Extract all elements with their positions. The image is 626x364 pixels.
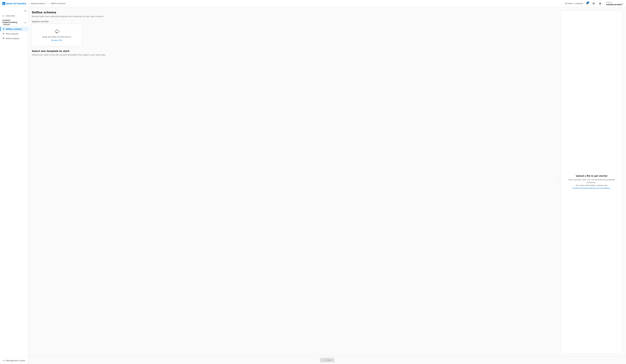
upload-drag-text: Drag and drop one file here or xyxy=(42,36,71,38)
page-title: Define schema xyxy=(32,11,555,14)
cloud-upload-icon xyxy=(54,29,60,34)
required-star: * xyxy=(48,20,49,23)
sidebar-label-overview: Overview xyxy=(6,15,15,17)
browse-file-link[interactable]: Browse file xyxy=(51,39,62,41)
panel-divider xyxy=(557,11,558,354)
project-nav[interactable]: sample-project ⇅ xyxy=(31,2,46,4)
breadcrumb-current: Define schema xyxy=(51,2,65,4)
sidebar-bottom: ⇥ Management center xyxy=(0,357,28,364)
left-panel: Define schema Review fields from selecte… xyxy=(32,11,555,354)
topbar: Azure AI Foundry / sample-project ⇅ / De… xyxy=(0,0,626,7)
page-subtitle: Review fields from selected template and… xyxy=(32,15,555,18)
create-checkmark-icon: ✓ xyxy=(323,359,325,361)
sidebar-label-management-center: Management center xyxy=(6,360,25,362)
project-name: sample-project xyxy=(31,2,45,4)
template-section: Select one template to start Upload your… xyxy=(32,50,555,56)
sidebar-collapse-button[interactable]: ⊡ xyxy=(24,9,26,12)
sidebar-label-build-analyzer: Build analyzer xyxy=(6,37,19,39)
brand-logo[interactable]: Azure AI Foundry xyxy=(2,2,26,5)
sidebar-section-content-understanding: Content Understanding PREVIEW ▲ xyxy=(0,18,28,27)
management-center-icon: ⇥ xyxy=(2,359,5,362)
all-hubs-link[interactable]: All hubs + projects xyxy=(565,2,583,4)
topbar-left: Azure AI Foundry / sample-project ⇅ / De… xyxy=(2,2,65,5)
right-panel-desc: Once upload a file, you can preview the … xyxy=(564,178,619,190)
template-section-subtitle: Upload your data to see the scenario tem… xyxy=(32,54,555,56)
sidebar-item-build-analyzer[interactable]: ⚒ Build analyzer xyxy=(0,36,28,41)
project-section-chevron-icon[interactable]: ▾ xyxy=(623,3,624,4)
breadcrumb-separator-1: / xyxy=(28,2,29,5)
main-inner: Define schema Review fields from selecte… xyxy=(28,7,626,356)
sidebar-section-chevron-icon: ▲ xyxy=(25,22,26,23)
sidebar-item-test-analyzer[interactable]: ⚗ Test analyzer xyxy=(0,31,28,36)
right-panel-desc-line2: For more information, please see xyxy=(576,184,607,187)
app-body: ⊡ ⌂ Overview Content Understanding PREVI… xyxy=(0,7,626,364)
bottom-bar: ✓ Create xyxy=(28,356,626,364)
settings-button[interactable] xyxy=(591,1,596,6)
notification-button[interactable]: 1 xyxy=(585,1,589,6)
template-section-title: Select one template to start xyxy=(32,50,555,53)
sidebar-section-label: Content Understanding PREVIEW xyxy=(2,19,25,26)
create-button-label: Create xyxy=(325,359,331,361)
sidebar-item-overview[interactable]: ⌂ Overview xyxy=(0,13,28,18)
sidebar-label-test-analyzer: Test analyzer xyxy=(6,33,18,35)
notification-badge: 1 xyxy=(587,1,589,3)
project-section-label: Project xyxy=(606,1,622,3)
define-schema-icon: ⚙ xyxy=(2,28,5,30)
sidebar-item-define-schema[interactable]: ⚙ Define schema xyxy=(0,27,28,31)
sidebar-toggle: ⊡ xyxy=(0,8,28,13)
overview-icon: ⌂ xyxy=(2,15,5,17)
sidebar-label-define-schema: Define schema xyxy=(6,28,22,30)
right-panel-title: Upload a file to get started xyxy=(576,175,607,177)
documentation-link[interactable]: Content Understanding Documentation. xyxy=(572,187,611,189)
project-section-name: sample-project xyxy=(606,3,622,6)
project-chevron-icon: ⇅ xyxy=(45,3,46,4)
test-analyzer-icon: ⚗ xyxy=(2,33,5,35)
brand-label: Azure AI Foundry xyxy=(6,2,26,5)
account-button[interactable] xyxy=(598,1,602,6)
right-panel: Upload a file to get started Once upload… xyxy=(561,11,623,354)
right-panel-desc-line1: Once upload a file, you can preview the … xyxy=(569,179,615,184)
upload-drop-zone[interactable]: Drag and drop one file here or Browse fi… xyxy=(32,24,82,46)
breadcrumb-separator-2: / xyxy=(48,2,49,5)
create-button[interactable]: ✓ Create xyxy=(320,358,334,362)
sidebar-item-management-center[interactable]: ⇥ Management center xyxy=(0,358,28,363)
upload-section-label: Upload a test file* xyxy=(32,20,555,23)
preview-badge: PREVIEW xyxy=(3,24,10,26)
sidebar: ⊡ ⌂ Overview Content Understanding PREVI… xyxy=(0,7,28,364)
build-analyzer-icon: ⚒ xyxy=(2,37,5,39)
project-info-section: Project sample-project ▾ xyxy=(604,1,624,6)
topbar-right: All hubs + projects 1 Project sample-pro… xyxy=(565,1,624,6)
main-content: Define schema Review fields from selecte… xyxy=(28,7,626,364)
